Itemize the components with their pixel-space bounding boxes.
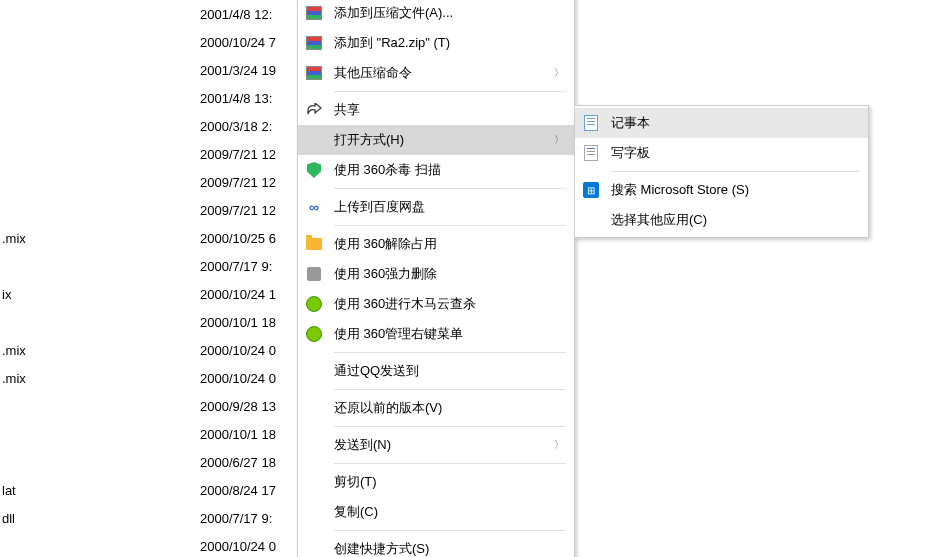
file-row[interactable]: 2009/7/21 12 [0,140,300,168]
file-row[interactable]: .mix2000/10/24 0 [0,364,300,392]
file-date: 2000/9/28 13 [200,399,276,414]
menu-item[interactable]: 创建快捷方式(S) [298,534,574,557]
file-row[interactable]: 2000/6/27 18 [0,448,300,476]
shredder-icon [304,264,324,284]
chevron-right-icon: 〉 [552,133,566,147]
menu-separator [334,463,566,464]
menu-item[interactable]: 使用 360解除占用 [298,229,574,259]
blank-icon [304,398,324,418]
menu-item[interactable]: ∞上传到百度网盘 [298,192,574,222]
chevron-right-icon: 〉 [552,66,566,80]
file-date: 2000/7/17 9: [200,259,272,274]
menu-item[interactable]: 复制(C) [298,497,574,527]
file-date: 2000/6/27 18 [200,455,276,470]
menu-item[interactable]: 共享 [298,95,574,125]
menu-item-label: 其他压缩命令 [334,64,552,82]
context-menu: 添加到压缩文件(A)...添加到 "Ra2.zip" (T)其他压缩命令〉共享打… [297,0,575,557]
file-row[interactable]: 2009/7/21 12 [0,168,300,196]
file-name: ix [0,287,60,302]
notepad-icon [581,113,601,133]
menu-item-label: 上传到百度网盘 [334,198,566,216]
submenu-item-label: 搜索 Microsoft Store (S) [611,181,860,199]
menu-separator [334,91,566,92]
file-date: 2000/10/25 6 [200,231,276,246]
file-row[interactable]: 2001/3/24 19 [0,56,300,84]
submenu-item[interactable]: ⊞搜索 Microsoft Store (S) [575,175,868,205]
file-date: 2001/4/8 13: [200,91,272,106]
file-row[interactable]: lat2000/8/24 17 [0,476,300,504]
menu-item-label: 使用 360进行木马云查杀 [334,295,566,313]
shield-icon [304,160,324,180]
menu-item[interactable]: 使用 360进行木马云查杀 [298,289,574,319]
menu-item[interactable]: 通过QQ发送到 [298,356,574,386]
archive-icon [304,3,324,23]
submenu-item-label: 选择其他应用(C) [611,211,860,229]
blank-icon [581,210,601,230]
menu-item-label: 通过QQ发送到 [334,362,566,380]
file-date: 2009/7/21 12 [200,175,276,190]
archive-icon [304,33,324,53]
file-row[interactable]: 2000/3/18 2: [0,112,300,140]
wordpad-icon [581,143,601,163]
file-date: 2000/10/24 0 [200,343,276,358]
menu-item-label: 使用 360强力删除 [334,265,566,283]
menu-item[interactable]: 其他压缩命令〉 [298,58,574,88]
file-row[interactable]: .mix2000/10/25 6 [0,224,300,252]
submenu-item-label: 记事本 [611,114,860,132]
file-row[interactable]: 2000/10/24 7 [0,28,300,56]
file-row[interactable]: 2009/7/21 12 [0,196,300,224]
menu-item-label: 使用 360解除占用 [334,235,566,253]
menu-item-label: 添加到压缩文件(A)... [334,4,566,22]
menu-item-label: 还原以前的版本(V) [334,399,566,417]
menu-item[interactable]: 打开方式(H)〉 [298,125,574,155]
file-row[interactable]: 2001/4/8 13: [0,84,300,112]
file-row[interactable]: 2000/10/1 18 [0,308,300,336]
submenu-item-label: 写字板 [611,144,860,162]
archive-icon [304,63,324,83]
file-row[interactable]: 2000/7/17 9: [0,252,300,280]
file-date: 2001/3/24 19 [200,63,276,78]
menu-item[interactable]: 使用 360杀毒 扫描 [298,155,574,185]
menu-item-label: 添加到 "Ra2.zip" (T) [334,34,566,52]
menu-item[interactable]: 使用 360强力删除 [298,259,574,289]
menu-item[interactable]: 发送到(N)〉 [298,430,574,460]
file-name: .mix [0,343,60,358]
menu-item[interactable]: 剪切(T) [298,467,574,497]
file-row[interactable]: 2000/10/1 18 [0,420,300,448]
menu-item-label: 剪切(T) [334,473,566,491]
folder-icon [304,234,324,254]
file-date: 2000/10/24 1 [200,287,276,302]
file-row[interactable]: .mix2000/10/24 0 [0,336,300,364]
share-icon [304,100,324,120]
file-row[interactable]: 2001/4/8 12: [0,0,300,28]
blank-icon [304,361,324,381]
menu-item-label: 打开方式(H) [334,131,552,149]
file-date: 2000/10/24 0 [200,539,276,554]
menu-separator [334,426,566,427]
menu-item[interactable]: 使用 360管理右键菜单 [298,319,574,349]
submenu-item[interactable]: 选择其他应用(C) [575,205,868,235]
file-row[interactable]: ix2000/10/24 1 [0,280,300,308]
menu-separator [334,352,566,353]
menu-item-label: 共享 [334,101,566,119]
file-row[interactable]: 2000/10/24 0 [0,532,300,557]
submenu-item[interactable]: 记事本 [575,108,868,138]
file-row[interactable]: dll2000/7/17 9: [0,504,300,532]
file-date: 2001/4/8 12: [200,7,272,22]
blank-icon [304,502,324,522]
file-row[interactable]: 2000/9/28 13 [0,392,300,420]
menu-item[interactable]: 还原以前的版本(V) [298,393,574,423]
menu-separator [334,188,566,189]
file-name: lat [0,483,60,498]
menu-item-label: 复制(C) [334,503,566,521]
submenu-item[interactable]: 写字板 [575,138,868,168]
menu-item-label: 创建快捷方式(S) [334,540,566,557]
menu-item[interactable]: 添加到压缩文件(A)... [298,0,574,28]
file-name: .mix [0,371,60,386]
blank-icon [304,472,324,492]
file-date: 2000/8/24 17 [200,483,276,498]
blank-icon [304,539,324,557]
menu-item-label: 使用 360管理右键菜单 [334,325,566,343]
menu-separator [334,389,566,390]
menu-item[interactable]: 添加到 "Ra2.zip" (T) [298,28,574,58]
